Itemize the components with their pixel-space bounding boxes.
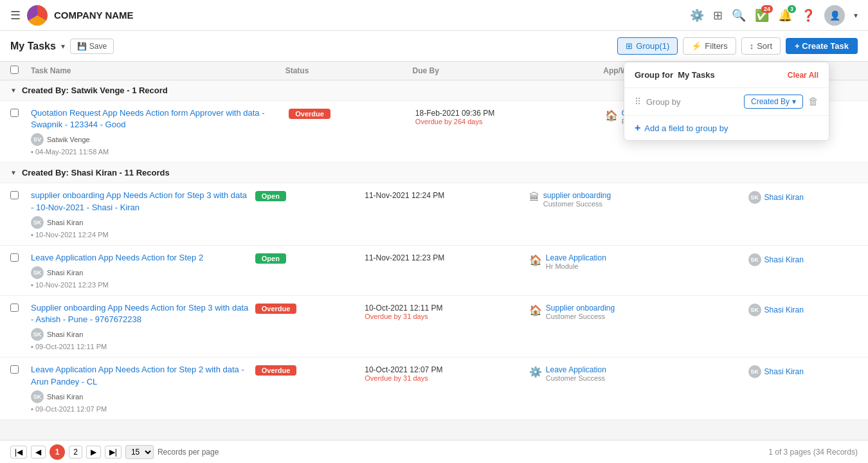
due-date: 11-Nov-2021 12:24 PM [365,191,529,200]
due-overdue-text: Overdue by 264 days [415,118,605,125]
app-icon: 🏠 [529,304,542,316]
create-task-label: + Create Task [795,41,849,51]
task-assignee: SK Shasi Kiran [31,328,250,341]
row-checkbox[interactable] [10,253,19,262]
subheader: My Tasks ▾ 💾 Save ⊞ Group(1) ⚡ Filters ↕… [0,31,868,62]
page-title: My Tasks [10,41,56,52]
row-checkbox[interactable] [10,109,19,117]
status-badge: Overdue [255,365,297,376]
row-checkbox-col [10,302,31,314]
row-checkbox[interactable] [10,191,19,199]
task-created-date: 10-Nov-2021 12:23 PM [31,281,250,289]
header-checkbox-col [10,66,31,76]
popup-row-left: ⠿ Group by [635,96,680,107]
task-title[interactable]: Leave Application App Needs Action for S… [31,364,250,387]
create-task-button[interactable]: + Create Task [786,38,858,54]
task-due-col: 11-Nov-2021 12:23 PM [365,252,529,262]
task-app-col: 🏠 Leave Application Hr Module [529,252,748,270]
task-status-col: Open [255,190,365,201]
task-main-col: Leave Application App Needs Action for S… [31,252,255,289]
task-created-date: 09-Oct-2021 12:11 PM [31,343,250,350]
created-by-name: Shasi Kiran [764,305,804,314]
sort-button[interactable]: ↕ Sort [741,37,781,55]
row-checkbox-col [10,252,31,264]
drag-handle-icon[interactable]: ⠿ [635,96,641,107]
filters-button[interactable]: ⚡ Filters [683,37,736,55]
company-name: COMPANY NAME [54,10,134,21]
tasks-icon[interactable]: ✅ 24 [755,8,769,23]
notifications-icon[interactable]: 🔔 3 [778,8,792,23]
add-group-field-button[interactable]: + Add a field to group by [624,116,829,140]
app-module: Customer Success [543,200,611,208]
app-name[interactable]: Leave Application [546,365,606,374]
app-name[interactable]: Supplier onboarding [546,304,615,313]
task-assignee: SK Shasi Kiran [31,390,250,403]
search-icon[interactable]: 🔍 [732,8,746,23]
row-checkbox-col [10,364,31,376]
filters-label: Filters [705,41,727,51]
group-header-shasi[interactable]: ▼ Created By: Shasi Kiran - 11 Records [0,163,868,183]
group-by-field-chevron-icon: ▾ [792,97,796,106]
header-due-by: Due By [413,66,604,75]
task-main-col: Quotation Request App Needs Action form … [31,107,289,156]
group-by-label: Group(1) [636,41,669,51]
assignee-avatar: SK [31,328,44,341]
subheader-left: My Tasks ▾ 💾 Save [10,39,114,54]
app-name[interactable]: supplier onboarding [543,191,611,200]
created-by-avatar: SK [748,304,761,316]
user-avatar[interactable]: 👤 [824,5,845,26]
popup-group-row: ⠿ Group by Created By ▾ 🗑 [624,88,829,116]
app-icon: ⚙️ [529,366,542,378]
task-created-date: 10-Nov-2021 12:24 PM [31,231,250,239]
task-created-by-col: SK Shasi Kiran [748,364,858,378]
group-by-field-label: Created By [751,97,790,106]
task-status-col: Overdue [289,107,415,119]
created-by-name: Shasi Kiran [764,193,804,202]
task-title[interactable]: Quotation Request App Needs Action form … [31,107,284,131]
help-icon[interactable]: ❓ [801,8,815,23]
group-collapse-icon: ▼ [10,169,17,176]
company-logo [27,5,48,26]
clear-all-button[interactable]: Clear All [788,71,818,80]
assignee-name: Satwik Venge [47,136,90,143]
app-name[interactable]: Leave Application [546,253,606,262]
grid-icon[interactable]: ⊞ [713,8,723,23]
task-main-col: Supplier onboarding App Needs Action for… [31,302,255,350]
save-label: Save [89,42,107,51]
task-status-col: Overdue [255,364,365,376]
task-title[interactable]: supplier onboarding App Needs Action for… [31,190,250,213]
assignee-name: Shasi Kiran [47,393,83,401]
due-overdue-text: Overdue by 31 days [365,313,529,320]
task-title[interactable]: Leave Application App Needs Action for S… [31,252,250,264]
created-by-name: Shasi Kiran [764,255,804,264]
task-created-by-col: SK Shasi Kiran [748,252,858,266]
top-navigation: ☰ COMPANY NAME ⚙️ ⊞ 🔍 ✅ 24 🔔 3 ❓ 👤 ▾ [0,0,868,31]
created-by-avatar: SK [748,191,761,204]
task-due-col: 11-Nov-2021 12:24 PM [365,190,529,200]
app-icon: 🏠 [605,109,618,122]
hamburger-icon[interactable]: ☰ [10,8,21,23]
table-row: supplier onboarding App Needs Action for… [0,183,868,245]
row-checkbox[interactable] [10,365,19,374]
user-chevron-icon[interactable]: ▾ [854,11,858,20]
page-title-chevron-icon[interactable]: ▾ [61,42,65,51]
row-checkbox[interactable] [10,304,19,312]
group-by-field-selector[interactable]: Created By ▾ [744,95,803,109]
task-main-col: Leave Application App Needs Action for S… [31,364,255,412]
select-all-checkbox[interactable] [10,66,19,74]
assignee-avatar: SK [31,266,44,279]
task-app-col: ⚙️ Leave Application Customer Success [529,364,748,382]
delete-group-icon[interactable]: 🗑 [808,96,818,107]
task-due-col: 18-Feb-2021 09:36 PM Overdue by 264 days [415,107,605,125]
settings-icon[interactable]: ⚙️ [690,8,704,23]
row-checkbox-col [10,190,31,201]
task-assignee: SK Shasi Kiran [31,266,250,279]
assignee-avatar: SK [31,390,44,403]
group-header-label: Created By: Shasi Kiran - 11 Records [22,168,170,177]
save-button[interactable]: 💾 Save [70,39,114,54]
group-by-text: Group by [646,97,680,107]
task-title[interactable]: Supplier onboarding App Needs Action for… [31,302,250,325]
assignee-name: Shasi Kiran [47,269,83,277]
group-by-button[interactable]: ⊞ Group(1) [617,37,678,55]
due-date: 18-Feb-2021 09:36 PM [415,109,605,118]
